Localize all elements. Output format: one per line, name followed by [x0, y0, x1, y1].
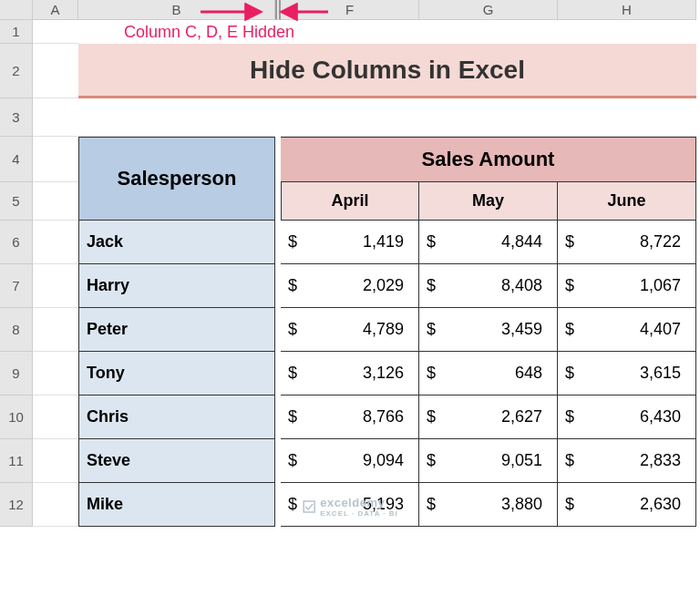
cell-amount[interactable]: $2,627: [419, 395, 558, 439]
column-header-b[interactable]: B: [78, 0, 275, 20]
cell-amount[interactable]: $4,844: [419, 221, 558, 264]
header-month-may[interactable]: May: [419, 182, 558, 221]
cell-amount[interactable]: $1,067: [558, 264, 696, 308]
cell-g3[interactable]: [419, 98, 558, 137]
cell-a9[interactable]: [33, 352, 78, 395]
cell-amount[interactable]: $8,408: [419, 264, 558, 308]
cell-amount[interactable]: $1,419: [281, 221, 419, 264]
cell-f3[interactable]: [281, 98, 419, 137]
cell-a5[interactable]: [33, 182, 78, 221]
cell-amount[interactable]: $4,789: [281, 308, 419, 352]
cell-amount[interactable]: $2,029: [281, 264, 419, 308]
row-header-3[interactable]: 3: [0, 98, 33, 137]
cell-amount[interactable]: $8,722: [558, 221, 696, 264]
cell-amount[interactable]: $9,094: [281, 439, 419, 483]
row-header-10[interactable]: 10: [0, 395, 33, 439]
cell-salesperson[interactable]: Mike: [78, 483, 275, 527]
cell-amount[interactable]: $2,833: [558, 439, 696, 483]
column-header-f[interactable]: F: [281, 0, 419, 20]
row-header-1[interactable]: 1: [0, 20, 33, 44]
cell-salesperson[interactable]: Steve: [78, 439, 275, 483]
cell-salesperson[interactable]: Chris: [78, 395, 275, 439]
watermark-sub: EXCEL · DATA · BI: [320, 509, 398, 518]
cell-amount[interactable]: $3,126: [281, 352, 419, 395]
column-header-g[interactable]: G: [419, 0, 558, 20]
cell-amount[interactable]: $3,880: [419, 483, 558, 527]
cell-a4[interactable]: [33, 137, 78, 182]
row-header-11[interactable]: 11: [0, 439, 33, 483]
cell-a2[interactable]: [33, 44, 78, 98]
cell-amount[interactable]: $3,615: [558, 352, 696, 395]
row-header-9[interactable]: 9: [0, 352, 33, 395]
cell-amount[interactable]: $4,407: [558, 308, 696, 352]
row-header-6[interactable]: 6: [0, 221, 33, 264]
cell-a11[interactable]: [33, 439, 78, 483]
cell-amount[interactable]: $648: [419, 352, 558, 395]
cell-amount[interactable]: $9,051: [419, 439, 558, 483]
row-header-5[interactable]: 5: [0, 182, 33, 221]
header-sales-amount[interactable]: Sales Amount: [281, 137, 696, 182]
row-header-8[interactable]: 8: [0, 308, 33, 352]
cell-a1[interactable]: [33, 20, 78, 44]
cell-amount[interactable]: $2,630: [558, 483, 696, 527]
cell-amount[interactable]: $8,766: [281, 395, 419, 439]
row-header-4[interactable]: 4: [0, 137, 33, 182]
select-all-corner[interactable]: [0, 0, 33, 20]
cell-a6[interactable]: [33, 221, 78, 264]
watermark-brand: exceldemy: [320, 496, 385, 509]
row-header-2[interactable]: 2: [0, 44, 33, 98]
cell-salesperson[interactable]: Harry: [78, 264, 275, 308]
cell-salesperson[interactable]: Peter: [78, 308, 275, 352]
title-cell[interactable]: Hide Columns in Excel: [78, 44, 696, 98]
column-header-a[interactable]: A: [33, 0, 78, 20]
column-header-h[interactable]: H: [558, 0, 696, 20]
cell-b3[interactable]: [78, 98, 275, 137]
cell-salesperson[interactable]: Jack: [78, 221, 275, 264]
annotation-text: Column C, D, E Hidden: [78, 20, 696, 44]
row-header-12[interactable]: 12: [0, 483, 33, 527]
header-month-june[interactable]: June: [558, 182, 696, 221]
watermark-icon: [302, 499, 316, 514]
cell-a3[interactable]: [33, 98, 78, 137]
cell-salesperson[interactable]: Tony: [78, 352, 275, 395]
header-month-april[interactable]: April: [281, 182, 419, 221]
cell-a7[interactable]: [33, 264, 78, 308]
cell-a8[interactable]: [33, 308, 78, 352]
cell-a10[interactable]: [33, 395, 78, 439]
cell-amount[interactable]: $3,459: [419, 308, 558, 352]
cell-a12[interactable]: [33, 483, 78, 527]
watermark: exceldemy EXCEL · DATA · BI: [302, 496, 398, 518]
cell-h3[interactable]: [558, 98, 696, 137]
spreadsheet-grid: A B F G H 1 Column C, D, E Hidden 2 Hide…: [0, 0, 700, 527]
svg-rect-2: [304, 501, 314, 512]
header-salesperson[interactable]: Salesperson: [78, 137, 275, 221]
cell-amount[interactable]: $6,430: [558, 395, 696, 439]
row-header-7[interactable]: 7: [0, 264, 33, 308]
